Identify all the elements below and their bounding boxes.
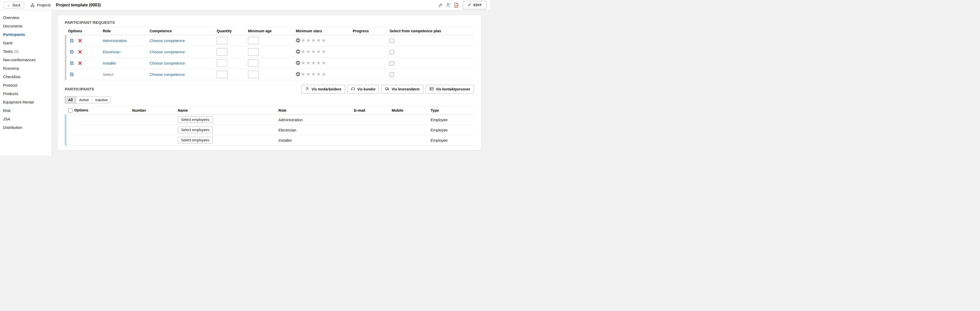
tools-icon[interactable] [438, 3, 443, 8]
progress-cell [350, 35, 387, 46]
role-link[interactable]: Administration [103, 38, 127, 43]
star-icons[interactable]: ★★★★★ [301, 38, 326, 43]
rating-none-icon[interactable] [296, 72, 300, 77]
show-suppliers-button[interactable]: Vis leverandører [382, 85, 423, 94]
column-header-role: Role [100, 27, 147, 35]
minimum-age-input[interactable] [248, 37, 259, 44]
minimum-age-input[interactable] [248, 48, 259, 56]
column-header-quantity: Quantity [214, 27, 245, 35]
choose-competence-link[interactable]: Choose competence [150, 61, 185, 65]
select-employees-button[interactable]: Select employees [178, 126, 213, 133]
edit-button[interactable]: EDIT [463, 1, 487, 9]
column-header-options: Options [74, 108, 88, 112]
role-cell: Installer [276, 135, 352, 145]
back-button-label: Back [13, 3, 21, 7]
rating-none-icon[interactable] [296, 61, 300, 65]
competence-plan-checkbox[interactable] [390, 61, 394, 65]
star-rating[interactable]: ★★★★★ [296, 38, 326, 43]
sidebar-item-tasks[interactable]: Tasks (5) [0, 47, 52, 56]
sidebar-item-products[interactable]: Products [0, 89, 52, 98]
sidebar-item-protocol[interactable]: Protocol [0, 81, 52, 89]
sidebar-item-tasks-label: Tasks [3, 49, 13, 54]
show-customers-button[interactable]: Vis kunder [347, 85, 379, 94]
participant-request-new-row: Select Choose competence ★★★★★ [65, 69, 474, 80]
quantity-input[interactable] [217, 37, 228, 44]
choose-competence-link[interactable]: Choose competence [150, 38, 185, 43]
save-icon[interactable] [69, 38, 74, 43]
sidebar-item-jsa[interactable]: JSA [0, 115, 52, 123]
tab-all[interactable]: All [65, 96, 76, 104]
number-cell [130, 135, 175, 145]
choose-competence-link[interactable]: Choose competence [150, 72, 185, 77]
email-cell [352, 135, 389, 145]
topbar: ← Back Projects Project template (0003) … [0, 0, 490, 10]
choose-competence-link[interactable]: Choose competence [150, 50, 185, 54]
save-icon[interactable] [69, 72, 74, 77]
star-icons[interactable]: ★★★★★ [301, 61, 326, 65]
rating-none-icon[interactable] [296, 49, 300, 54]
sidebar-item-gantt[interactable]: Gantt [0, 39, 52, 47]
role-select-placeholder[interactable]: Select [103, 72, 113, 77]
show-suppliers-label: Vis leverandører [391, 87, 420, 91]
star-rating[interactable]: ★★★★★ [296, 61, 326, 65]
quantity-input[interactable] [217, 59, 228, 67]
save-icon[interactable] [69, 49, 74, 54]
breadcrumb-label: Projects [37, 3, 51, 7]
delete-icon[interactable] [78, 61, 82, 65]
back-button[interactable]: ← Back [3, 2, 24, 8]
edit-button-label: EDIT [473, 3, 482, 7]
quantity-input[interactable] [217, 48, 228, 56]
breadcrumb-projects[interactable]: Projects [30, 3, 51, 8]
headset-icon [351, 86, 355, 92]
select-employees-button[interactable]: Select employees [178, 137, 213, 144]
show-employees-button[interactable]: Vis medarbeidere [301, 85, 345, 94]
save-icon[interactable] [69, 61, 74, 65]
number-cell [130, 115, 175, 125]
sidebar-item-economy[interactable]: Economy [0, 64, 52, 72]
role-link[interactable]: Installer [103, 61, 116, 65]
options-cell [65, 125, 130, 135]
tab-inactive[interactable]: Inactive [92, 96, 111, 104]
sidebar-item-checklists[interactable]: Checklists [0, 72, 52, 81]
sidebar-item-documents[interactable]: Documents [0, 22, 52, 30]
sidebar-item-distribution[interactable]: Distribution [0, 123, 52, 132]
rating-none-icon[interactable] [296, 38, 300, 43]
quantity-input[interactable] [217, 71, 228, 78]
type-cell: Employee [428, 115, 474, 125]
competence-plan-checkbox[interactable] [390, 39, 394, 43]
star-icons[interactable]: ★★★★★ [301, 49, 326, 54]
role-cell: Administration [276, 115, 352, 125]
mobile-cell [389, 115, 428, 125]
tab-active[interactable]: Active [76, 96, 92, 104]
email-cell [352, 115, 389, 125]
delete-icon[interactable] [78, 39, 82, 43]
participant-request-row: Administration Choose competence ★★★★★ [65, 35, 474, 46]
select-employees-button[interactable]: Select employees [178, 116, 213, 123]
options-cell [65, 115, 130, 125]
participants-title: PARTICIPANTS [65, 87, 94, 91]
column-header-minimum-age: Minimum age [245, 27, 293, 35]
participant-row: Select employees Installer Employee [65, 135, 474, 145]
show-employees-label: Vis medarbeidere [312, 87, 341, 91]
sidebar-item-equipment-rental[interactable]: Equipment Rental [0, 98, 52, 106]
sidebar-item-participants[interactable]: Participants [0, 30, 52, 39]
select-all-checkbox[interactable] [68, 108, 73, 113]
mobile-cell [389, 125, 428, 135]
options-cell [65, 135, 130, 145]
delete-icon[interactable] [78, 50, 82, 54]
user-check-icon[interactable] [446, 3, 451, 8]
role-link[interactable]: Electrician [103, 50, 120, 54]
show-contacts-button[interactable]: Vis kontaktpersoner [426, 85, 474, 94]
star-rating[interactable]: ★★★★★ [296, 49, 326, 54]
pdf-icon[interactable]: PDF [454, 3, 458, 8]
type-cell: Employee [428, 135, 474, 145]
sidebar-item-non-conformances[interactable]: Non-conformances [0, 56, 52, 64]
competence-plan-checkbox[interactable] [390, 72, 394, 77]
star-icons[interactable]: ★★★★★ [301, 72, 326, 77]
minimum-age-input[interactable] [248, 71, 259, 78]
sidebar-item-overview[interactable]: Overview [0, 13, 52, 22]
star-rating[interactable]: ★★★★★ [296, 72, 326, 77]
minimum-age-input[interactable] [248, 59, 259, 67]
competence-plan-checkbox[interactable] [390, 50, 394, 54]
sidebar-item-risk[interactable]: Risk [0, 106, 52, 115]
